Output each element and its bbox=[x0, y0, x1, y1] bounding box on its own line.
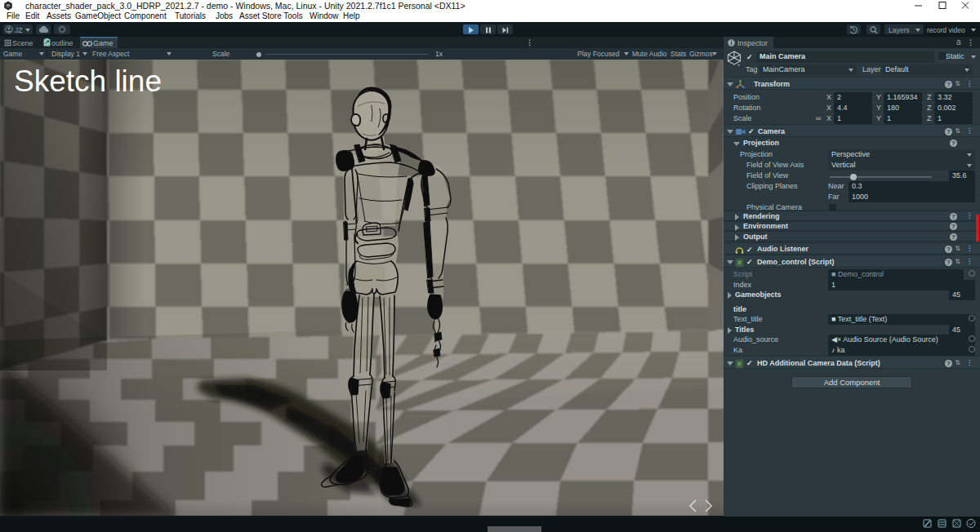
svg-text:#: # bbox=[737, 259, 742, 267]
svg-text:#: # bbox=[737, 360, 742, 368]
